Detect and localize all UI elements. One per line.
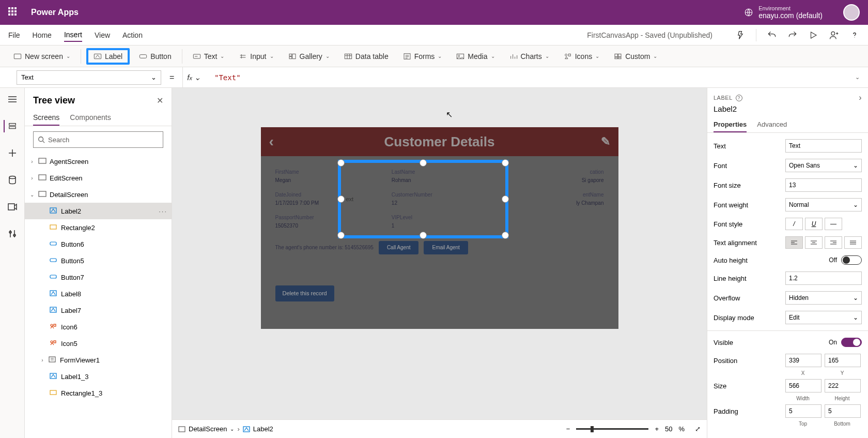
ribbon-custom[interactable]: Custom⌄ (609, 50, 662, 63)
delete-record-button[interactable]: Delete this record (275, 285, 334, 301)
rail-advanced-icon[interactable] (6, 228, 19, 240)
undo-icon[interactable] (767, 30, 777, 40)
rail-data-icon[interactable] (6, 174, 19, 186)
ribbon-data-table[interactable]: Data table (339, 50, 394, 63)
prop-text-input[interactable] (785, 139, 862, 153)
prop-x-input[interactable] (785, 354, 822, 367)
prop-padbottom-input[interactable] (825, 404, 861, 418)
play-icon[interactable] (808, 30, 818, 40)
resize-handle[interactable] (337, 232, 345, 239)
ribbon-charts[interactable]: Charts⌄ (504, 50, 554, 63)
edit-icon[interactable]: ✎ (601, 135, 610, 148)
zoom-in-icon[interactable]: + (655, 425, 659, 433)
resize-handle[interactable] (337, 159, 345, 167)
resize-handle[interactable] (502, 232, 509, 239)
menu-home[interactable]: Home (33, 29, 52, 41)
italic-button[interactable]: / (785, 218, 803, 230)
tree-close-icon[interactable]: ✕ (157, 96, 163, 105)
share-icon[interactable] (829, 30, 839, 40)
prop-lineheight-input[interactable] (785, 271, 862, 285)
tree-node-icon5[interactable]: Icon5 (25, 335, 172, 352)
ribbon-label[interactable]: Label (86, 48, 130, 65)
fx-label[interactable]: fx⌄ (182, 67, 205, 87)
tree-node-label7[interactable]: Label7 (25, 302, 172, 319)
resize-handle[interactable] (420, 159, 427, 167)
tree-node-rectangle1-3[interactable]: Rectangle1_3 (25, 385, 172, 401)
ribbon-input[interactable]: Input⌄ (234, 50, 278, 63)
menu-action[interactable]: Action (122, 29, 143, 41)
tree-node-editscreen[interactable]: ›EditScreen (25, 170, 172, 186)
fit-icon[interactable]: ⤢ (695, 425, 701, 433)
prop-fontweight-select[interactable]: Normal⌄ (785, 198, 862, 212)
ribbon-gallery[interactable]: Gallery⌄ (283, 50, 335, 63)
tree-node-label8[interactable]: Label8 (25, 285, 172, 302)
call-agent-button[interactable]: Call Agent (379, 241, 419, 254)
strike-button[interactable]: — (825, 218, 842, 230)
tree-node-label1-3[interactable]: Label1_3 (25, 368, 172, 385)
collapse-icon[interactable]: › (859, 93, 862, 102)
resize-handle[interactable] (502, 159, 509, 167)
tree-node-formviewer1[interactable]: ›FormViewer1 (25, 352, 172, 368)
tree-node-button5[interactable]: Button5 (25, 252, 172, 269)
menu-insert[interactable]: Insert (64, 28, 82, 42)
rail-add-icon[interactable] (6, 147, 19, 159)
avatar[interactable] (843, 4, 860, 21)
prop-visible-toggle[interactable] (841, 338, 862, 347)
screen-preview[interactable]: ‹ Customer Details ✎ FirstNameMegan Last… (261, 127, 618, 329)
breadcrumb[interactable]: DetailScreen⌄ › Label2 (178, 425, 273, 433)
environment-selector[interactable]: Environment enayu.com (default) (744, 5, 823, 20)
tree-node-label2[interactable]: Label2··· (25, 203, 172, 219)
tab-advanced[interactable]: Advanced (757, 117, 787, 132)
prop-overflow-select[interactable]: Hidden⌄ (785, 291, 862, 305)
menu-view[interactable]: View (95, 29, 110, 41)
zoom-out-icon[interactable]: − (566, 425, 570, 433)
ribbon-text[interactable]: Text⌄ (188, 50, 230, 63)
tree-node-rectangle2[interactable]: Rectangle2 (25, 219, 172, 236)
underline-button[interactable]: U (805, 218, 823, 230)
back-icon[interactable]: ‹ (269, 133, 274, 150)
resize-handle[interactable] (337, 195, 345, 203)
zoom-slider[interactable] (576, 428, 648, 430)
prop-autoheight-toggle[interactable] (841, 255, 862, 265)
rail-media-icon[interactable] (6, 201, 19, 213)
prop-padtop-input[interactable] (785, 404, 822, 418)
help-icon[interactable] (849, 30, 860, 40)
selection-box[interactable]: ext (338, 160, 508, 238)
email-agent-button[interactable]: Email Agent (424, 241, 468, 254)
tab-screens[interactable]: Screens (33, 110, 59, 126)
formula-expand-icon[interactable]: ⌄ (855, 74, 860, 81)
ribbon-new-screen[interactable]: New screen⌄ (8, 50, 75, 63)
prop-fontsize-input[interactable] (785, 178, 862, 192)
ribbon-forms[interactable]: Forms⌄ (398, 50, 447, 63)
more-icon[interactable]: ··· (159, 207, 167, 215)
waffle-icon[interactable] (8, 7, 19, 18)
tree-search[interactable]: Search (33, 131, 163, 148)
prop-width-input[interactable] (785, 379, 822, 392)
rail-tree-icon[interactable] (4, 120, 16, 132)
align-right-button[interactable] (825, 236, 842, 249)
tree-node-button7[interactable]: Button7 (25, 269, 172, 285)
menu-file[interactable]: File (8, 29, 20, 41)
property-selector[interactable]: Text⌄ (17, 70, 161, 85)
tree-node-button6[interactable]: Button6 (25, 236, 172, 252)
rail-hamburger-icon[interactable] (6, 93, 19, 105)
prop-font-select[interactable]: Open Sans⌄ (785, 159, 862, 172)
tree-node-agentscreen[interactable]: ›AgentScreen (25, 153, 172, 170)
app-checker-icon[interactable] (735, 30, 746, 40)
tab-components[interactable]: Components (70, 110, 111, 126)
redo-icon[interactable] (787, 30, 798, 40)
tab-properties[interactable]: Properties (714, 117, 747, 132)
resize-handle[interactable] (420, 232, 427, 239)
ribbon-media[interactable]: Media⌄ (451, 50, 500, 63)
tree-node-icon6[interactable]: Icon6 (25, 319, 172, 335)
info-icon[interactable]: ? (736, 95, 742, 101)
ribbon-icons[interactable]: Icons⌄ (559, 50, 605, 63)
prop-displaymode-select[interactable]: Edit⌄ (785, 311, 862, 324)
tree-node-detailscreen[interactable]: ⌄DetailScreen (25, 186, 172, 203)
align-left-button[interactable] (785, 236, 803, 249)
formula-input[interactable]: "Text" (210, 73, 850, 82)
resize-handle[interactable] (502, 195, 509, 203)
ribbon-button[interactable]: Button (134, 50, 176, 63)
prop-height-input[interactable] (825, 379, 861, 392)
align-center-button[interactable] (805, 236, 823, 249)
